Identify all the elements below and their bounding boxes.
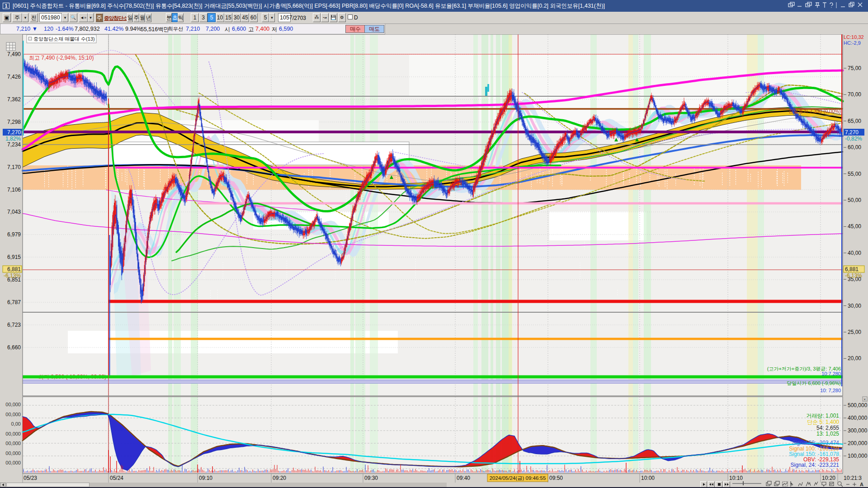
svg-text:10:10: 10:10	[729, 475, 743, 481]
svg-text:7,270: 7,270	[7, 129, 21, 136]
svg-text:7,106: 7,106	[7, 187, 21, 193]
svg-text:6,881: 6,881	[845, 266, 859, 272]
svg-text:00,000: 00,000	[5, 460, 21, 465]
svg-text:00,000: 00,000	[5, 441, 21, 446]
svg-text:00,000: 00,000	[5, 450, 21, 456]
svg-text:400,000: 400,000	[848, 415, 868, 421]
svg-text:6,787: 6,787	[7, 299, 21, 305]
svg-text:1,82%: 1,82%	[5, 136, 21, 142]
svg-text:60,00: 60,00	[848, 144, 861, 150]
svg-text:HC:-2,9: HC:-2,9	[844, 40, 861, 46]
svg-text:7,298: 7,298	[7, 119, 21, 125]
svg-text:09:20: 09:20	[273, 475, 286, 481]
svg-text:7,234: 7,234	[7, 141, 21, 148]
svg-text:당일시가 6,600 (-9,96%): 당일시가 6,600 (-9,96%)	[787, 380, 841, 386]
svg-text:54: 2,655: 54: 2,655	[816, 425, 839, 431]
svg-text:10:00: 10:00	[641, 475, 655, 481]
svg-text:70,00: 70,00	[848, 91, 861, 98]
svg-text:6,660: 6,660	[7, 344, 21, 351]
svg-text:-6,13%: -6,13%	[845, 272, 862, 279]
svg-text:09:40: 09:40	[457, 475, 470, 481]
svg-text:전일종가 7,330 (0,00%): 전일종가 7,330 (0,00%)	[788, 108, 841, 114]
svg-text:100,000: 100,000	[848, 453, 868, 459]
svg-text:65,00: 65,00	[848, 118, 861, 124]
svg-text:-0,82%: -0,82%	[845, 136, 862, 142]
svg-text:6,881: 6,881	[7, 266, 21, 272]
svg-text:50,00: 50,00	[848, 197, 861, 203]
svg-text:10:21:3: 10:21:3	[844, 475, 862, 481]
svg-text:00,000: 00,000	[5, 412, 21, 417]
svg-text:최고 7,490 (-2,94%, 15:10): 최고 7,490 (-2,94%, 15:10)	[29, 55, 94, 61]
svg-text:25,00: 25,00	[848, 329, 861, 335]
svg-text:2024/05/24(금) 09:46:55: 2024/05/24(금) 09:46:55	[490, 475, 546, 481]
svg-text:6,915: 6,915	[7, 254, 21, 260]
svg-text:중앙첨단소재 매물대 수(13): 중앙첨단소재 매물대 수(13)	[33, 36, 95, 42]
svg-text:55,00: 55,00	[848, 171, 861, 177]
svg-text:10:20: 10:20	[822, 475, 835, 481]
svg-text:10: 7,280: 10: 7,280	[820, 388, 841, 393]
svg-text:09:10: 09:10	[199, 475, 212, 481]
svg-text:LC:10,32: LC:10,32	[844, 34, 864, 40]
svg-text:300,000: 300,000	[848, 427, 868, 434]
svg-text:200,000: 200,000	[848, 440, 868, 446]
svg-text:-6,13%: -6,13%	[4, 272, 21, 279]
svg-text:7,270: 7,270	[845, 129, 859, 136]
svg-text:10:7,280: 10:7,280	[821, 371, 841, 376]
svg-text:05/24: 05/24	[110, 475, 123, 481]
svg-text:7,043: 7,043	[7, 209, 21, 215]
svg-text:Signal 50: -203,474: Signal 50: -203,474	[792, 440, 839, 446]
svg-text:×: ×	[863, 397, 866, 402]
svg-text:05/23: 05/23	[24, 475, 37, 481]
svg-text:Signal, 24: -223,221: Signal, 24: -223,221	[791, 462, 840, 468]
svg-text:7,170: 7,170	[7, 164, 21, 170]
svg-text:6,723: 6,723	[7, 322, 21, 328]
svg-text:단순 5: 1,400: 단순 5: 1,400	[807, 419, 839, 425]
svg-text:00,000: 00,000	[5, 431, 21, 436]
svg-text:6,979: 6,979	[7, 231, 21, 238]
svg-text:75,00: 75,00	[848, 65, 861, 71]
svg-text:09:30: 09:30	[364, 475, 378, 481]
svg-text:7,490: 7,490	[7, 51, 21, 57]
svg-text:45,00: 45,00	[848, 223, 861, 230]
svg-text:20,00: 20,00	[848, 355, 861, 361]
svg-text:0,00: 0,00	[11, 421, 21, 427]
svg-text:7,362: 7,362	[7, 96, 21, 103]
svg-text:40,00: 40,00	[848, 250, 861, 256]
svg-text:거래량: 1,001: 거래량: 1,001	[806, 413, 839, 419]
svg-text:A: A	[860, 482, 863, 487]
svg-text:7,426: 7,426	[7, 74, 21, 80]
svg-text:09:50: 09:50	[549, 475, 563, 481]
svg-text:13: 1,025: 13: 1,025	[816, 431, 839, 437]
svg-text:500,000: 500,000	[848, 402, 868, 408]
svg-text:30,00: 30,00	[848, 303, 861, 309]
svg-text:00,000: 00,000	[5, 402, 21, 407]
